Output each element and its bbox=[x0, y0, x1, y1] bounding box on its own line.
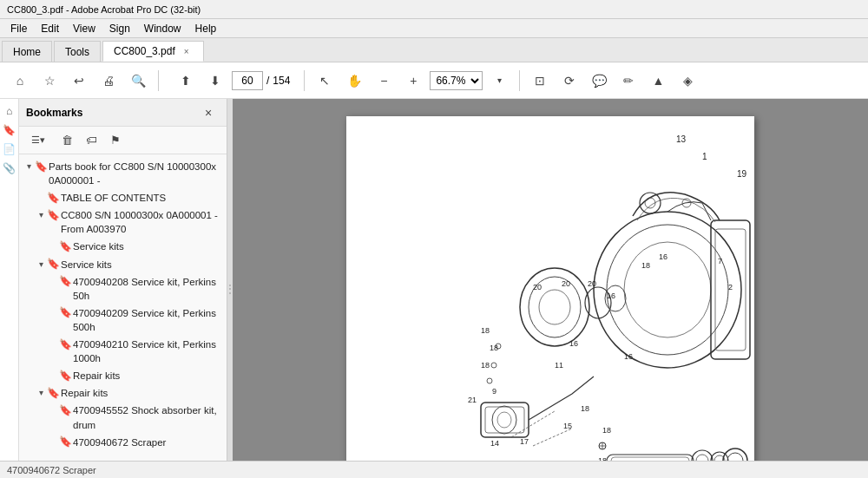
menu-view[interactable]: View bbox=[66, 21, 102, 36]
hand-tool-button[interactable]: ✋ bbox=[341, 68, 367, 94]
pencil-button[interactable]: ✏ bbox=[615, 68, 641, 94]
svg-text:16: 16 bbox=[569, 339, 578, 348]
sidebar-close-button[interactable]: × bbox=[197, 102, 220, 123]
bookmark-toc[interactable]: 🔖 TABLE OF CONTENTS bbox=[19, 189, 227, 206]
sidebar-title: Bookmarks bbox=[26, 107, 82, 119]
select-tool-button[interactable]: ↖ bbox=[312, 68, 338, 94]
bookmark-rk2[interactable]: 🔖 4700940672 Scraper bbox=[19, 434, 227, 451]
left-strip: ⌂ 🔖 📄 📎 bbox=[0, 99, 19, 478]
bm-label-cc800: CC800 S/N 10000300x 0A000001 - From A003… bbox=[59, 208, 223, 236]
bm-toggle-rk[interactable]: ▾ bbox=[35, 387, 47, 399]
tab-home-label: Home bbox=[13, 46, 41, 58]
svg-rect-0 bbox=[346, 116, 754, 478]
tab-tools[interactable]: Tools bbox=[54, 41, 101, 62]
bm-label-sk3: 4700940210 Service kit, Perkins 1000h bbox=[71, 337, 223, 365]
tab-pdf-close[interactable]: × bbox=[181, 45, 193, 57]
highlight-button[interactable]: ▲ bbox=[645, 68, 671, 94]
bm-toggle-sk1 bbox=[47, 276, 59, 288]
svg-text:20: 20 bbox=[533, 283, 542, 291]
bm-toggle-root[interactable]: ▾ bbox=[23, 160, 35, 173]
back-button[interactable]: ↩ bbox=[66, 68, 92, 94]
page-number-input[interactable] bbox=[232, 71, 263, 90]
print-button[interactable]: 🖨 bbox=[95, 68, 122, 94]
bookmark-sk3[interactable]: 🔖 4700940210 Service kit, Perkins 1000h bbox=[19, 336, 227, 367]
page-up-button[interactable]: ⬆ bbox=[173, 68, 199, 94]
bm-icon-rk: 🔖 bbox=[47, 387, 59, 399]
svg-text:19: 19 bbox=[737, 169, 747, 179]
bm-toggle-sk3 bbox=[47, 338, 59, 350]
stamp-button[interactable]: ◈ bbox=[674, 68, 700, 94]
bookmark-service-kits-child[interactable]: 🔖 Service kits bbox=[19, 238, 227, 255]
sidebar-delete-button[interactable]: 🗑 bbox=[56, 130, 78, 151]
zoom-out-button[interactable]: − bbox=[371, 68, 397, 94]
bm-icon-rk1: 🔖 bbox=[59, 404, 71, 416]
bm-toggle-cc800[interactable]: ▾ bbox=[35, 209, 47, 221]
bm-label-sk1: 4700940208 Service kit, Perkins 50h bbox=[71, 275, 223, 303]
bm-label-sk2: 4700940209 Service kit, Perkins 500h bbox=[71, 306, 223, 334]
bm-icon-sk: 🔖 bbox=[47, 259, 59, 271]
menu-sign[interactable]: Sign bbox=[102, 21, 137, 36]
toolbar: ⌂ ☆ ↩ 🖨 🔍 ⬆ ⬇ / 154 ↖ ✋ − + 66.7% 50% 75… bbox=[0, 62, 868, 99]
bm-icon-rkl: 🔖 bbox=[59, 370, 71, 382]
svg-text:11: 11 bbox=[555, 361, 563, 370]
svg-text:14: 14 bbox=[490, 439, 499, 448]
sidebar-options-dropdown[interactable]: ☰▾ bbox=[23, 130, 54, 151]
bookmark-tree: ▾ 🔖 Parts book for CC800 S/N 10000300x 0… bbox=[19, 154, 227, 478]
bm-icon-rk2: 🔖 bbox=[59, 436, 71, 449]
tab-tools-label: Tools bbox=[65, 46, 89, 58]
zoom-in-button[interactable]: + bbox=[400, 68, 426, 94]
svg-text:16: 16 bbox=[607, 291, 615, 300]
rotate-button[interactable]: ⟳ bbox=[556, 68, 582, 94]
bm-icon-sk2: 🔖 bbox=[59, 307, 71, 319]
menu-window[interactable]: Window bbox=[137, 21, 188, 36]
menu-help[interactable]: Help bbox=[188, 21, 224, 36]
strip-bookmark-icon[interactable]: 🔖 bbox=[1, 121, 18, 139]
pdf-page: 13 1 19 2 bbox=[346, 116, 754, 478]
bookmark-root[interactable]: ▾ 🔖 Parts book for CC800 S/N 10000300x 0… bbox=[19, 158, 227, 189]
bookmark-repair-kits[interactable]: ▾ 🔖 Repair kits bbox=[19, 384, 227, 402]
menu-file[interactable]: File bbox=[3, 21, 34, 36]
bookmark-service-kits[interactable]: ▾ 🔖 Service kits bbox=[19, 256, 227, 273]
title-text: CC800_3.pdf - Adobe Acrobat Pro DC (32-b… bbox=[7, 4, 201, 15]
bm-icon-sk1: 🔖 bbox=[59, 276, 71, 288]
bookmark-sk1[interactable]: 🔖 4700940208 Service kit, Perkins 50h bbox=[19, 273, 227, 304]
svg-text:18: 18 bbox=[602, 426, 611, 435]
bookmark-rk1[interactable]: 🔖 4700945552 Shock absorber kit, drum bbox=[19, 402, 227, 433]
zoom-dropdown-button[interactable]: ▾ bbox=[486, 68, 512, 94]
tab-pdf[interactable]: CC800_3.pdf × bbox=[102, 41, 204, 62]
page-navigation: ⬆ ⬇ / 154 bbox=[173, 68, 290, 94]
toolbar-sep-1 bbox=[158, 70, 159, 91]
fit-page-button[interactable]: ⊡ bbox=[527, 68, 553, 94]
bm-toggle-rk2 bbox=[47, 436, 59, 449]
page-down-button[interactable]: ⬇ bbox=[202, 68, 228, 94]
sidebar-toolbar: ☰▾ 🗑 🏷 ⚑ bbox=[19, 127, 227, 154]
bm-label-rk: Repair kits bbox=[59, 386, 223, 400]
bookmark-sk2[interactable]: 🔖 4700940209 Service kit, Perkins 500h bbox=[19, 304, 227, 336]
bookmark-button[interactable]: ☆ bbox=[36, 68, 62, 94]
strip-page-icon[interactable]: 📄 bbox=[1, 141, 18, 158]
bookmark-cc800[interactable]: ▾ 🔖 CC800 S/N 10000300x 0A000001 - From … bbox=[19, 206, 227, 238]
bookmark-repair-kits-label[interactable]: 🔖 Repair kits bbox=[19, 367, 227, 384]
menu-edit[interactable]: Edit bbox=[34, 21, 66, 36]
sidebar-flag-button[interactable]: ⚑ bbox=[104, 130, 127, 151]
bm-toggle-skc bbox=[47, 240, 59, 252]
sidebar-tag-button[interactable]: 🏷 bbox=[80, 130, 102, 151]
bm-label-root: Parts book for CC800 S/N 10000300x 0A000… bbox=[47, 160, 223, 187]
bookmarks-panel: Bookmarks × ☰▾ 🗑 🏷 ⚑ ▾ 🔖 Parts book for … bbox=[19, 99, 227, 478]
strip-home-icon[interactable]: ⌂ bbox=[1, 102, 18, 120]
strip-clip-icon[interactable]: 📎 bbox=[1, 160, 18, 177]
zoom-select[interactable]: 66.7% 50% 75% 100% 125% 150% bbox=[430, 71, 483, 90]
page-separator: / bbox=[266, 75, 269, 87]
bm-icon-toc: 🔖 bbox=[47, 192, 59, 204]
svg-text:17: 17 bbox=[520, 437, 529, 446]
tab-home[interactable]: Home bbox=[2, 41, 52, 62]
bm-icon-root: 🔖 bbox=[35, 160, 47, 173]
comment-button[interactable]: 💬 bbox=[586, 68, 612, 94]
svg-text:13: 13 bbox=[676, 134, 687, 144]
pdf-viewer[interactable]: 13 1 19 2 bbox=[233, 99, 868, 478]
bm-toggle-sk[interactable]: ▾ bbox=[35, 259, 47, 271]
bm-toggle-sk2 bbox=[47, 307, 59, 319]
find-button[interactable]: 🔍 bbox=[125, 68, 151, 94]
bm-icon-cc800: 🔖 bbox=[47, 209, 59, 221]
home-button[interactable]: ⌂ bbox=[7, 68, 33, 94]
